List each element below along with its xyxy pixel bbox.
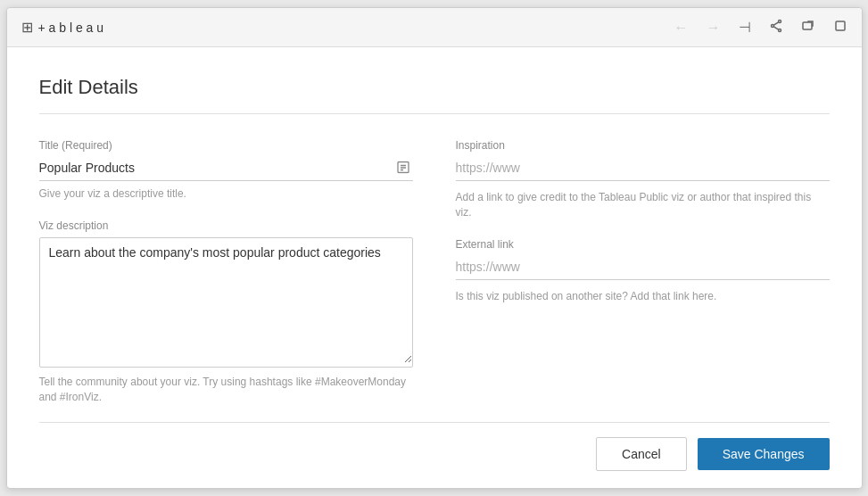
external-link-hint: Is this viz published on another site? A… xyxy=(456,289,830,304)
svg-point-2 xyxy=(771,25,773,28)
svg-line-4 xyxy=(773,27,778,29)
logo-icon: ⊞ xyxy=(21,19,33,36)
back-icon[interactable]: ← xyxy=(674,21,689,35)
svg-rect-6 xyxy=(836,21,845,30)
title-input-wrapper xyxy=(39,157,413,181)
title-label: Title (Required) xyxy=(39,139,413,152)
external-link-input[interactable] xyxy=(456,256,830,280)
expand-icon[interactable] xyxy=(833,19,847,36)
title-field-icon xyxy=(397,161,409,177)
inspiration-input[interactable] xyxy=(456,157,830,181)
right-column: Inspiration Add a link to give credit to… xyxy=(456,139,830,422)
external-link-field-group: External link Is this viz published on a… xyxy=(456,238,830,304)
footer: Cancel Save Changes xyxy=(39,422,830,471)
title-field-group: Title (Required) Give your viz xyxy=(39,139,413,202)
svg-point-1 xyxy=(778,29,781,32)
titlebar: ⊞ + a b l e a u ← → ⊣ xyxy=(7,8,862,47)
window-controls: ← → ⊣ xyxy=(674,19,847,36)
save-changes-button[interactable]: Save Changes xyxy=(698,438,830,470)
title-input[interactable] xyxy=(39,157,413,180)
description-field-group: Viz description Learn about the company'… xyxy=(39,219,413,405)
share-icon[interactable] xyxy=(769,19,783,36)
svg-rect-5 xyxy=(803,22,812,29)
form-body: Title (Required) Give your viz xyxy=(39,139,830,422)
description-hint: Tell the community about your viz. Try u… xyxy=(39,375,413,405)
logo-text: + a b l e a u xyxy=(38,21,104,35)
forward-icon[interactable]: → xyxy=(707,21,721,35)
external-link-label: External link xyxy=(456,238,830,251)
title-hint: Give your viz a descriptive title. xyxy=(39,186,413,202)
home-icon[interactable]: ⊣ xyxy=(739,21,751,35)
description-label: Viz description xyxy=(39,219,413,232)
content-area: Edit Details Title (Required) xyxy=(7,47,862,488)
description-textarea[interactable]: Learn about the company's most popular p… xyxy=(40,238,412,363)
app-logo: ⊞ + a b l e a u xyxy=(21,19,104,36)
inspiration-hint: Add a link to give credit to the Tableau… xyxy=(456,190,830,220)
page-title: Edit Details xyxy=(39,76,830,114)
description-textarea-wrapper: Learn about the company's most popular p… xyxy=(39,237,413,368)
main-window: ⊞ + a b l e a u ← → ⊣ xyxy=(6,7,863,489)
svg-point-0 xyxy=(778,21,781,23)
cancel-button[interactable]: Cancel xyxy=(596,437,687,471)
external-icon[interactable] xyxy=(801,19,815,36)
inspiration-field-group: Inspiration Add a link to give credit to… xyxy=(456,139,830,220)
left-column: Title (Required) Give your viz xyxy=(39,139,413,422)
svg-line-3 xyxy=(773,22,778,25)
inspiration-label: Inspiration xyxy=(456,139,830,152)
